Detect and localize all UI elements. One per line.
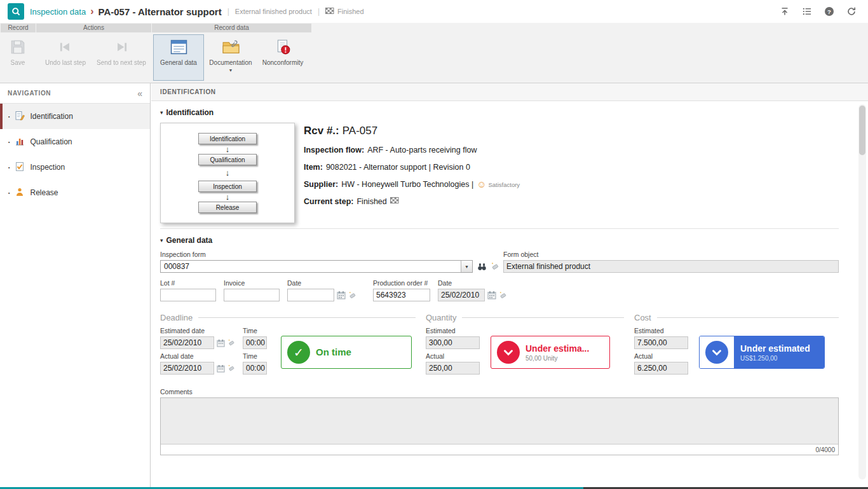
rcv-number-line: Rcv #.: PA-057: [304, 125, 520, 137]
cost-actual-input[interactable]: 6.250,00: [634, 362, 688, 375]
nonconformity-icon: [275, 39, 291, 57]
flow-step-release: Release: [198, 202, 257, 213]
save-icon: [10, 39, 26, 57]
form-object-field[interactable]: External finished product: [503, 260, 839, 273]
cost-estimated-input[interactable]: 7.500,00: [634, 336, 688, 349]
form-object-label: Form object: [503, 251, 839, 258]
navigation-sidebar: NAVIGATION « ▪ Identification ▪ Qualific…: [0, 83, 151, 487]
flow-arrow-icon: ↓: [226, 144, 230, 154]
app-title[interactable]: Inspection data: [30, 7, 86, 17]
navigation-header: NAVIGATION «: [0, 83, 150, 104]
inspection-flow-value: ARF - Auto-parts receiving flow: [367, 146, 477, 155]
sidebar-item-release[interactable]: ▪ Release: [0, 180, 150, 205]
dropdown-arrow-icon[interactable]: ▼: [461, 261, 472, 272]
calendar-icon[interactable]: [337, 291, 346, 300]
save-button-label: Save: [11, 59, 25, 66]
inspection-icon: [15, 162, 25, 174]
collapse-caret-icon: ▾: [160, 237, 163, 244]
scrollbar-thumb[interactable]: [859, 106, 865, 155]
lot-input[interactable]: [160, 289, 216, 301]
rcv-label: Rcv #.:: [304, 125, 339, 137]
date-label: Date: [287, 279, 356, 287]
sidebar-item-label: Inspection: [30, 163, 65, 172]
header-actions: ?: [780, 6, 860, 17]
toolbar-group-actions-label: Actions: [36, 24, 151, 32]
list-menu-icon[interactable]: [802, 6, 812, 17]
release-icon: [15, 187, 25, 199]
send-next-step-button[interactable]: Send to next step: [93, 34, 149, 81]
cost-group-title: Cost: [634, 313, 651, 322]
nonconformity-button[interactable]: Nonconformity: [257, 34, 308, 81]
scroll-top-icon[interactable]: [780, 6, 790, 17]
estimated-time-input[interactable]: 00:00: [243, 336, 267, 349]
general-data-section-title: General data: [166, 236, 213, 245]
general-data-label: General data: [160, 59, 197, 66]
comments-textarea[interactable]: [161, 398, 838, 444]
documentation-dropdown-caret-icon[interactable]: ▼: [229, 69, 233, 72]
save-button[interactable]: Save: [2, 34, 34, 81]
production-date-input[interactable]: 25/02/2010: [438, 289, 485, 301]
inspection-form-label: Inspection form: [160, 251, 503, 258]
lot-label: Lot #: [160, 279, 216, 287]
sidebar-item-label: Qualification: [30, 137, 72, 146]
calendar-icon[interactable]: [217, 364, 225, 373]
cost-estimated-label: Estimated: [634, 327, 699, 334]
clear-field-icon[interactable]: [348, 291, 356, 300]
quantity-status-detail: 50,00 Unity: [526, 355, 589, 362]
quantity-group: Quantity Estimated 300,00 Actual 250,00: [426, 313, 624, 378]
calendar-icon[interactable]: [217, 339, 225, 347]
sidebar-item-label: Release: [30, 188, 58, 197]
under-estimated-chevron-icon: [497, 341, 520, 364]
actual-date-input[interactable]: 25/02/2010: [160, 362, 214, 375]
send-next-step-label: Send to next step: [97, 59, 146, 66]
clear-field-icon[interactable]: [499, 291, 507, 300]
general-data-button[interactable]: General data: [153, 34, 204, 81]
inspection-form-select[interactable]: 000837 ▼: [160, 260, 473, 273]
collapse-caret-icon: ▾: [160, 109, 163, 116]
refresh-icon[interactable]: [846, 6, 857, 17]
estimated-date-input[interactable]: 25/02/2010: [160, 336, 214, 349]
identification-section-header[interactable]: ▾ Identification: [160, 108, 839, 117]
bullet-icon: ▪: [8, 114, 10, 119]
deadline-group-title: Deadline: [160, 313, 193, 322]
vertical-scrollbar[interactable]: [858, 104, 866, 479]
quantity-estimated-input[interactable]: 300,00: [426, 336, 480, 349]
inspection-flow-label: Inspection flow:: [304, 146, 364, 155]
identification-icon: [15, 111, 25, 123]
flow-arrow-icon: ↓: [226, 165, 230, 181]
undo-last-step-label: Undo last step: [45, 59, 86, 66]
quantity-actual-input[interactable]: 250,00: [426, 362, 480, 375]
under-estimated-chevron-icon: [705, 341, 728, 364]
app-logo-icon[interactable]: [8, 3, 24, 20]
inspection-form-value: 000837: [161, 262, 461, 271]
supplier-label: Supplier:: [304, 180, 338, 189]
clear-field-icon[interactable]: [227, 339, 235, 347]
sidebar-collapse-icon[interactable]: «: [137, 88, 142, 99]
clear-field-icon[interactable]: [491, 262, 499, 271]
general-data-section-header[interactable]: ▾ General data: [160, 236, 839, 245]
clear-field-icon[interactable]: [227, 364, 235, 372]
search-binoculars-icon[interactable]: [477, 263, 487, 271]
undo-last-step-button[interactable]: Undo last step: [37, 34, 93, 81]
main-content: ▾ Identification Identification ↓ Qualif…: [160, 101, 839, 487]
identification-fields: Rcv #.: PA-057 Inspection flow: ARF - Au…: [304, 123, 520, 223]
general-data-icon: [170, 39, 187, 57]
invoice-input[interactable]: [224, 289, 280, 301]
app-window: Inspection data › PA-057 - Alternator su…: [0, 0, 868, 489]
documentation-button[interactable]: Documentation ▼: [204, 34, 257, 81]
item-value: 9082021 - Alternator support | Revision …: [326, 163, 470, 172]
help-icon[interactable]: ?: [824, 6, 834, 17]
cost-group: Cost Estimated 7.500,00 Actual 6.250,00: [634, 313, 839, 378]
group-rule: [657, 317, 839, 318]
invoice-date-input[interactable]: [287, 289, 334, 301]
sidebar-item-inspection[interactable]: ▪ Inspection: [0, 155, 150, 180]
actual-time-input[interactable]: 00:00: [243, 362, 267, 375]
cost-status-label: Under estimated: [740, 343, 824, 354]
sidebar-item-identification[interactable]: ▪ Identification: [0, 104, 150, 129]
bullet-icon: ▪: [8, 140, 10, 144]
production-order-input[interactable]: 5643923: [373, 289, 430, 301]
svg-text:?: ?: [827, 8, 831, 15]
calendar-icon[interactable]: [487, 291, 496, 300]
record-title: PA-057 - Alternator support: [98, 6, 222, 17]
sidebar-item-qualification[interactable]: ▪ Qualification: [0, 129, 150, 155]
